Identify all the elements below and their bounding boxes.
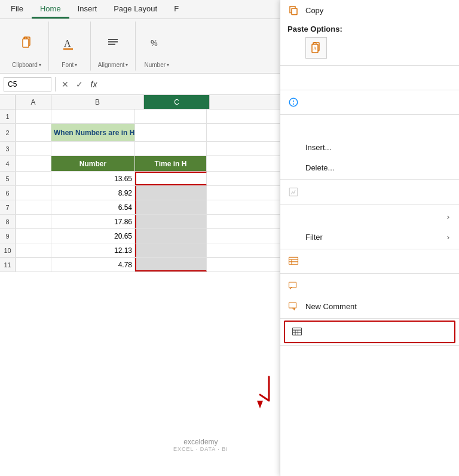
number-button[interactable]: % <box>146 30 167 56</box>
filter-spacer <box>287 210 299 222</box>
cell-a11[interactable] <box>16 258 51 271</box>
svg-text:%: % <box>151 39 158 48</box>
alignment-button[interactable] <box>102 30 124 56</box>
row-header: 2 <box>0 124 16 141</box>
formula-fx-button[interactable]: fx <box>88 80 100 89</box>
svg-text:A: A <box>313 46 317 51</box>
row-header: 3 <box>0 142 16 155</box>
svg-rect-21 <box>289 303 296 308</box>
copy-icon <box>287 4 299 16</box>
menu-item-insert[interactable] <box>280 117 459 137</box>
cell-b1[interactable] <box>51 109 135 123</box>
menu-item-smart-lookup[interactable] <box>280 92 459 112</box>
menu-item-copy[interactable]: Copy <box>280 0 459 20</box>
formula-bar-separator <box>55 77 56 91</box>
row-header: 8 <box>0 215 16 228</box>
row-header: 4 <box>0 156 16 171</box>
cell-b11[interactable]: 4.78 <box>51 258 135 271</box>
cell-a7[interactable] <box>16 200 51 214</box>
cell-a2[interactable] <box>16 124 51 141</box>
cell-a1[interactable] <box>16 109 51 123</box>
menu-item-new-comment[interactable] <box>280 276 459 296</box>
cell-c2[interactable] <box>135 124 207 141</box>
quick-analysis-icon <box>287 186 299 198</box>
cell-b2[interactable]: When Numbers are in H <box>51 124 135 141</box>
watermark: exceldemy EXCEL · DATA · BI <box>173 438 228 452</box>
main-area: A B C 1 2 When Numbers are in H 3 <box>0 95 459 476</box>
delete-label: Insert... <box>305 143 449 152</box>
tab-home[interactable]: Home <box>32 1 69 19</box>
cell-a3[interactable] <box>16 142 51 155</box>
cell-b7[interactable]: 6.54 <box>51 200 135 214</box>
tab-page-layout[interactable]: Page Layout <box>105 1 166 19</box>
separator <box>280 65 459 66</box>
separator <box>280 249 459 249</box>
separator <box>280 318 459 319</box>
svg-rect-8 <box>292 8 297 15</box>
menu-item-quick-analysis <box>280 182 459 202</box>
cell-c3[interactable] <box>135 142 207 155</box>
menu-item-format-cells[interactable] <box>284 321 455 343</box>
menu-item-delete[interactable]: Insert... <box>280 137 459 157</box>
menu-item-filter[interactable]: › <box>280 206 459 227</box>
cell-c7[interactable] <box>135 200 207 214</box>
svg-rect-15 <box>289 188 298 196</box>
row-header: 1 <box>0 109 16 123</box>
cell-b5[interactable]: 13.65 <box>51 172 135 185</box>
clipboard-arrow: ▾ <box>39 62 41 68</box>
new-comment-icon <box>287 280 299 292</box>
paste-special-icon[interactable]: A <box>305 37 327 59</box>
filter-arrow: › <box>447 212 449 221</box>
cell-c9[interactable] <box>135 229 207 243</box>
cell-c8[interactable] <box>135 215 207 228</box>
tab-insert[interactable]: Insert <box>69 1 106 19</box>
cell-reference-box[interactable]: C5 <box>4 77 51 91</box>
formula-cancel-button[interactable]: ✕ <box>59 80 71 89</box>
cell-c11[interactable] <box>135 258 207 271</box>
row-header: 10 <box>0 243 16 257</box>
cell-b8[interactable]: 17.86 <box>51 215 135 228</box>
menu-item-paste-special[interactable] <box>280 68 459 88</box>
separator <box>280 179 459 180</box>
cell-a4[interactable] <box>16 156 51 171</box>
pick-from-list-spacer <box>287 352 299 364</box>
menu-paste-options-header: Paste Options: <box>280 20 459 35</box>
cell-c6[interactable] <box>135 186 207 200</box>
row-header: 9 <box>0 229 16 243</box>
row-header: 5 <box>0 172 16 185</box>
cell-a6[interactable] <box>16 186 51 200</box>
col-header-b[interactable]: B <box>51 95 144 109</box>
clear-contents-label: Delete... <box>305 163 449 172</box>
cell-c5[interactable] <box>135 172 207 185</box>
cell-a5[interactable] <box>16 172 51 185</box>
clipboard-icons <box>16 24 37 62</box>
font-label: Font ▾ <box>62 62 77 69</box>
cell-b10[interactable]: 12.13 <box>51 243 135 257</box>
cell-a10[interactable] <box>16 243 51 257</box>
svg-rect-20 <box>289 282 296 288</box>
paste-button[interactable] <box>16 30 37 56</box>
sort-spacer <box>287 231 299 243</box>
cell-a8[interactable] <box>16 215 51 228</box>
menu-item-clear-contents[interactable]: Delete... <box>280 157 459 178</box>
cell-c4[interactable]: Time in H <box>135 156 207 171</box>
cell-c1[interactable] <box>135 109 207 123</box>
cell-b6[interactable]: 8.92 <box>51 186 135 200</box>
col-header-c[interactable]: C <box>144 95 210 109</box>
format-cells-icon <box>291 326 303 338</box>
cell-b3[interactable] <box>51 142 135 155</box>
menu-item-new-note[interactable]: New Comment <box>280 296 459 316</box>
cell-b4[interactable]: Number <box>51 156 135 171</box>
ribbon-group-font: A Font ▾ <box>49 22 91 71</box>
menu-item-get-data[interactable] <box>280 251 459 271</box>
tab-more[interactable]: F <box>166 1 187 19</box>
menu-item-pick-from-list[interactable] <box>280 347 459 368</box>
cell-c10[interactable] <box>135 243 207 257</box>
formula-confirm-button[interactable]: ✓ <box>74 80 85 89</box>
cell-b9[interactable]: 20.65 <box>51 229 135 243</box>
font-button[interactable]: A <box>59 30 80 56</box>
cell-a9[interactable] <box>16 229 51 243</box>
col-header-a[interactable]: A <box>16 95 51 109</box>
tab-file[interactable]: File <box>2 1 32 19</box>
menu-item-sort[interactable]: Filter › <box>280 227 459 247</box>
